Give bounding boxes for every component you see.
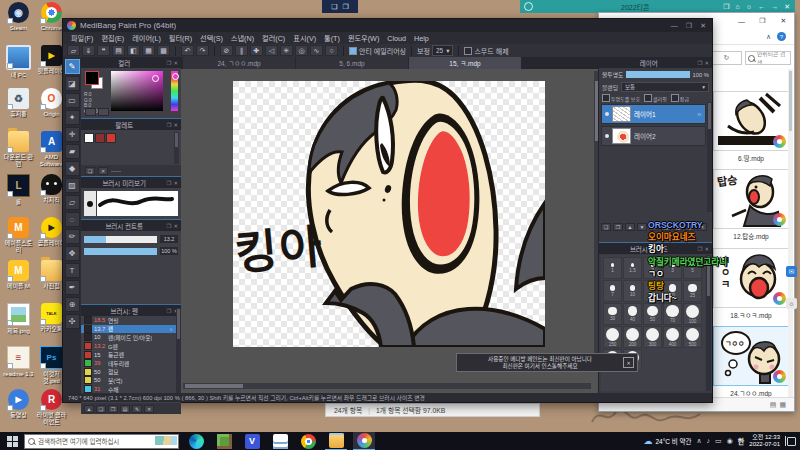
document-tab[interactable]: 5, 6.mdp	[296, 57, 408, 69]
document-tab[interactable]: 24, ㄱㅇㅇ.mdp	[183, 57, 295, 69]
taskbar-search[interactable]: 검색하려면 여기에 입력하십시	[24, 434, 179, 449]
brush-item[interactable]: 13.2 G펜	[81, 342, 181, 351]
canvas[interactable]: 킹아	[233, 81, 545, 347]
rgb-mode-button[interactable]	[85, 108, 96, 116]
brush-size-option[interactable]: 100	[683, 303, 702, 325]
fill-rect-tool[interactable]: ▰	[65, 144, 80, 159]
snap-curve[interactable]: ∿	[310, 45, 323, 56]
search-input[interactable]: 만취티콘 검색	[745, 51, 791, 65]
desktop-icon[interactable]: M 메이플 M	[2, 260, 35, 303]
gradient-tool[interactable]: ▨	[65, 178, 80, 193]
close[interactable]: ✕	[784, 3, 790, 11]
menu-item[interactable]: 툴(T)	[324, 33, 340, 43]
menu-item[interactable]: 레이어(L)	[132, 33, 161, 43]
brush-item[interactable]: 15 둥근펜	[81, 350, 181, 359]
notification-center-icon[interactable]	[785, 436, 796, 446]
text-tool[interactable]: T	[65, 263, 80, 278]
brush-item[interactable]: 13.7 펜	[81, 325, 181, 334]
app-icon[interactable]: ▶	[41, 217, 62, 238]
brush-item[interactable]: 18.5 연필	[81, 316, 181, 325]
operation-tool[interactable]: ✥	[65, 246, 80, 261]
bucket-tool[interactable]: ◆	[65, 161, 80, 176]
snap-ellipse[interactable]: ○	[325, 45, 338, 56]
snap-cross[interactable]: ✚	[250, 45, 263, 56]
brush-size-slider[interactable]: 13.2	[84, 235, 178, 243]
close-icon[interactable]: ✕	[704, 60, 709, 66]
palette-new[interactable]: ❏	[85, 167, 95, 175]
document-tab[interactable]: 15, ㅋ.mdp	[409, 57, 521, 69]
settings[interactable]: ☼	[746, 3, 752, 11]
brush-size-option[interactable]: 150	[603, 326, 622, 348]
brush-tool[interactable]: ✎	[65, 59, 80, 74]
close-icon[interactable]: ✕	[173, 223, 178, 229]
new-canvas[interactable]: ▱	[67, 45, 80, 56]
brush-size-option[interactable]: 400	[663, 326, 682, 348]
hidden-icons[interactable]: ∧	[696, 437, 701, 445]
zoom-tool[interactable]: ⊕	[65, 297, 80, 312]
close-icon[interactable]: ✕	[623, 357, 634, 368]
restore[interactable]: ❐	[723, 3, 729, 11]
menu-item[interactable]: 윈도우(W)	[348, 33, 379, 43]
hsv-mode-button[interactable]	[98, 108, 109, 116]
canvas-hscrollbar[interactable]	[183, 383, 591, 389]
clock[interactable]: 오전 12:33 2022-07-01	[749, 434, 780, 448]
brush-size-option[interactable]: 7	[603, 280, 622, 302]
help-icon[interactable]: ?	[777, 32, 786, 41]
layer-up[interactable]: ▲	[625, 223, 635, 231]
start-button[interactable]	[0, 432, 24, 450]
move-tool[interactable]: ✛	[65, 127, 80, 142]
desktop-icon[interactable]: 내 PC	[2, 45, 35, 88]
opacity-slider[interactable]	[626, 71, 689, 78]
minimize[interactable]: —	[731, 13, 752, 29]
close-icon[interactable]: ✕	[173, 60, 178, 66]
pen-tool[interactable]: ✏	[65, 229, 80, 244]
popout-icon[interactable]: ❐	[697, 60, 702, 66]
desktop-icon[interactable]: 다운로드 관련	[2, 131, 35, 174]
desktop-icon[interactable]: 제목.png	[2, 303, 35, 346]
file-card-selected[interactable]: ㄱㅇㅇ 24.ㄱㅇㅇ.mdp	[713, 326, 789, 398]
app-icon[interactable]: ▶	[41, 45, 62, 66]
app-icon[interactable]: M	[8, 260, 29, 281]
back[interactable]: ←	[758, 3, 765, 11]
close[interactable]: ✕	[773, 13, 794, 29]
brush-new[interactable]: ❏	[96, 405, 106, 413]
close-icon[interactable]: ✕	[173, 122, 178, 128]
medibang-titlebar[interactable]: MediBang Paint Pro (64bit) —❐✕	[63, 19, 712, 32]
palette-swatch[interactable]	[84, 133, 94, 143]
snap-vanish[interactable]: ◁	[265, 45, 278, 56]
menu-item[interactable]: 선택(S)	[200, 33, 223, 43]
desktop-icon[interactable]: ≡ readme 1.3	[2, 346, 35, 389]
taskbar-app[interactable]	[297, 433, 319, 450]
layer-option[interactable]: 클리핑	[644, 94, 667, 102]
blend-dropdown[interactable]: 보통▾	[621, 82, 709, 92]
app-icon[interactable]: L	[7, 174, 30, 197]
lasso-tool[interactable]: ◌	[65, 212, 80, 227]
app-icon[interactable]	[8, 131, 29, 152]
layers-scrollbar[interactable]	[707, 102, 712, 212]
brush-edit[interactable]: ✎	[132, 405, 142, 413]
forward[interactable]: →	[771, 3, 778, 11]
popout-icon[interactable]: ❐	[166, 60, 171, 66]
app-icon[interactable]	[6, 45, 31, 70]
weather-widget[interactable]: ☁24°C 비 약간	[643, 436, 691, 446]
brush-opacity-slider[interactable]: 100 %	[84, 247, 178, 255]
app-icon[interactable]: O	[41, 88, 62, 109]
brush-item[interactable]: 50 점묘	[81, 368, 181, 377]
layer-duplicate[interactable]: ❐	[613, 223, 623, 231]
layer-item[interactable]: 레이어2	[601, 126, 706, 146]
layer-new[interactable]: ❏	[601, 223, 611, 231]
save[interactable]: ⇓	[82, 45, 95, 56]
eraser-tool[interactable]: ◪	[65, 76, 80, 91]
taskbar-app[interactable]	[353, 432, 375, 450]
taskbar-app[interactable]: V	[241, 433, 263, 450]
snap-off[interactable]: ⊘	[220, 45, 233, 56]
app-icon[interactable]: A	[41, 131, 62, 152]
copy[interactable]: ❐	[343, 3, 349, 11]
gallery[interactable]: ▤	[112, 45, 125, 56]
maximize[interactable]: ❐	[752, 13, 773, 29]
brush-trash[interactable]: ✕	[144, 405, 154, 413]
desktop-icon[interactable]: ♻ 휴지통	[2, 88, 35, 131]
hand-tool[interactable]: ✣	[65, 314, 80, 329]
visibility-icon[interactable]	[605, 134, 609, 138]
popout-icon[interactable]: ❐	[166, 308, 171, 314]
